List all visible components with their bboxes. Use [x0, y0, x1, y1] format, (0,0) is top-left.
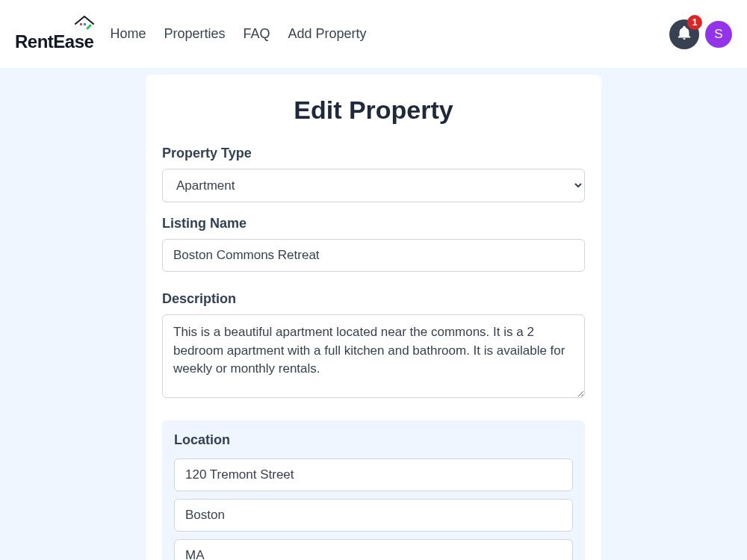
description-textarea[interactable]: This is a beautiful apartment located ne…	[162, 314, 585, 398]
listing-name-label: Listing Name	[162, 216, 585, 231]
nav-right: 1 S	[669, 19, 732, 49]
main-container: Edit Property Property Type Apartment Li…	[0, 69, 747, 560]
listing-name-group: Listing Name	[162, 216, 585, 272]
form-card: Edit Property Property Type Apartment Li…	[146, 75, 601, 560]
location-state-input[interactable]	[174, 539, 573, 560]
nav-link-faq[interactable]: FAQ	[243, 26, 270, 42]
nav-left: RentEase Home Properties FAQ Add Propert…	[15, 16, 367, 52]
property-type-select[interactable]: Apartment	[162, 169, 585, 202]
property-type-group: Property Type Apartment	[162, 146, 585, 202]
nav-links: Home Properties FAQ Add Property	[110, 26, 366, 42]
location-label: Location	[174, 432, 573, 448]
location-city-input[interactable]	[174, 499, 573, 532]
description-label: Description	[162, 291, 585, 307]
navbar: RentEase Home Properties FAQ Add Propert…	[0, 0, 747, 69]
svg-rect-1	[84, 23, 86, 25]
nav-link-add-property[interactable]: Add Property	[288, 26, 366, 42]
nav-link-properties[interactable]: Properties	[164, 26, 225, 42]
location-section: Location	[162, 420, 585, 560]
location-street-input[interactable]	[174, 458, 573, 491]
svg-rect-0	[80, 23, 82, 25]
logo[interactable]: RentEase	[15, 16, 93, 52]
avatar[interactable]: S	[705, 21, 732, 48]
nav-link-home[interactable]: Home	[110, 26, 146, 42]
description-group: Description This is a beautiful apartmen…	[162, 291, 585, 401]
property-type-label: Property Type	[162, 146, 585, 161]
notification-badge: 1	[687, 15, 702, 30]
listing-name-input[interactable]	[162, 239, 585, 272]
house-icon	[74, 15, 95, 35]
page-title: Edit Property	[162, 96, 585, 125]
notifications-button[interactable]: 1	[669, 19, 699, 49]
